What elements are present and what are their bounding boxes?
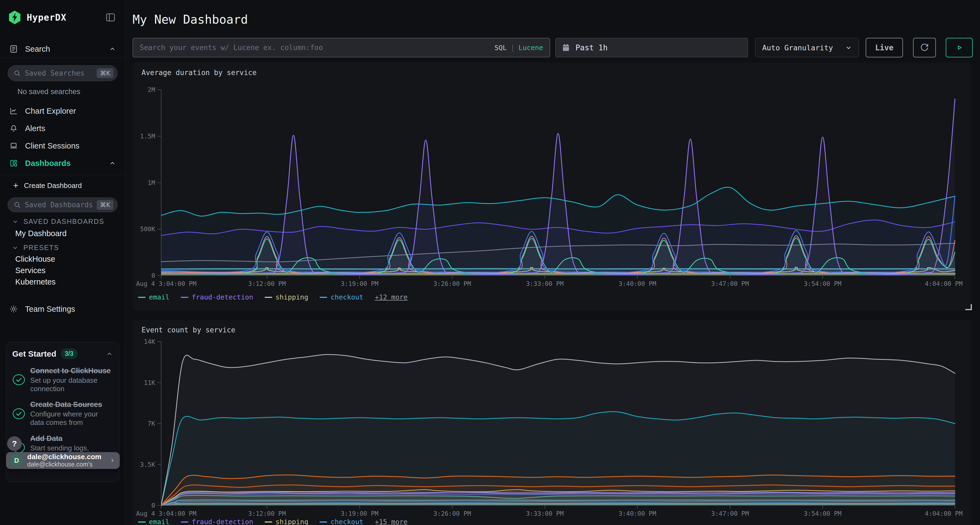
plus-icon <box>12 182 20 189</box>
sidebar-item-chart-explorer[interactable]: Chart Explorer <box>0 103 125 119</box>
get-started-progress-badge: 3/3 <box>61 349 78 359</box>
legend-item-checkout[interactable]: checkout <box>320 293 363 301</box>
bell-icon <box>9 124 18 133</box>
chart-legend: emailfraud-detectionshippingcheckout+12 … <box>138 293 407 301</box>
laptop-icon <box>9 141 18 150</box>
user-team: dale@clickhouse.com's <box>27 461 110 468</box>
legend-swatch <box>181 522 188 523</box>
sidebar-item-dashboards[interactable]: Dashboards <box>0 155 125 171</box>
granularity-select[interactable]: Auto Granularity <box>755 38 859 57</box>
lucene-toggle[interactable]: Lucene <box>519 44 543 52</box>
legend-item-fraud-detection[interactable]: fraud-detection <box>181 293 253 301</box>
chevron-down-icon <box>12 219 19 225</box>
sidebar-section-search[interactable]: Search <box>0 40 125 58</box>
saved-searches-placeholder: Saved Searches <box>25 69 97 77</box>
saved-searches-input[interactable]: Saved Searches ⌘K <box>8 65 118 81</box>
gear-icon <box>9 305 18 313</box>
svg-text:3:54:00 PM: 3:54:00 PM <box>804 510 842 517</box>
svg-text:0: 0 <box>151 272 155 279</box>
divider <box>0 174 125 175</box>
sidebar-item-alerts[interactable]: Alerts <box>0 120 125 136</box>
dashboard-grid-icon <box>9 159 18 168</box>
user-menu[interactable]: D dale@clickhouse.com dale@clickhouse.co… <box>6 452 120 469</box>
svg-text:500K: 500K <box>140 225 156 233</box>
get-started-item[interactable]: Create Data Sources Configure where your… <box>12 400 113 427</box>
chevron-down-icon <box>12 244 19 251</box>
event-search-input[interactable]: Search your events w/ Lucene ex. column:… <box>132 38 550 57</box>
journal-icon <box>9 44 18 53</box>
panel-resize-handle[interactable] <box>965 304 972 310</box>
svg-text:3:26:00 PM: 3:26:00 PM <box>433 510 471 517</box>
svg-text:4:04:00 PM: 4:04:00 PM <box>925 510 963 517</box>
live-button[interactable]: Live <box>865 38 903 57</box>
page-title[interactable]: My New Dashboard <box>132 13 248 26</box>
refresh-button[interactable] <box>913 38 936 57</box>
no-saved-searches-text: No saved searches <box>18 87 80 96</box>
user-email: dale@clickhouse.com <box>27 453 110 461</box>
svg-text:7K: 7K <box>148 420 155 427</box>
search-icon <box>13 69 21 77</box>
sidebar: HyperDX Search Saved Searches ⌘K No save… <box>0 0 125 525</box>
chevron-down-icon <box>845 44 852 51</box>
refresh-icon <box>919 43 930 53</box>
chart-plot: 2M1.5M1M500K0Aug 4 3:04:00 PM3:12:00 PM3… <box>133 63 971 311</box>
create-dashboard-button[interactable]: Create Dashboard <box>12 179 82 192</box>
time-range-value: Past 1h <box>576 43 608 52</box>
svg-text:2M: 2M <box>148 86 155 93</box>
chevron-up-icon[interactable] <box>106 351 113 357</box>
sidebar-item-preset-kubernetes[interactable]: Kubernetes <box>15 278 56 286</box>
sidebar-item-preset-clickhouse[interactable]: ClickHouse <box>15 255 55 263</box>
legend-item-shipping[interactable]: shipping <box>265 293 308 301</box>
sql-toggle[interactable]: SQL <box>494 44 507 52</box>
sidebar-item-client-sessions[interactable]: Client Sessions <box>0 138 125 154</box>
sidebar-item-my-dashboard[interactable]: My Dashboard <box>15 229 67 238</box>
legend-item-fraud-detection[interactable]: fraud-detection <box>181 518 253 525</box>
hyperdx-app: { "brand": {"name": "HyperDX", "accent":… <box>0 0 980 525</box>
legend-more-link[interactable]: +12 more <box>375 293 407 301</box>
svg-text:3:12:00 PM: 3:12:00 PM <box>248 280 286 287</box>
run-query-button[interactable] <box>946 38 973 57</box>
legend-item-email[interactable]: email <box>138 518 169 525</box>
chart-panel-event-count: Event count by service14K11K7K3.5K0Aug 4… <box>133 320 971 525</box>
chevron-up-icon[interactable] <box>109 45 116 52</box>
legend-item-shipping[interactable]: shipping <box>265 518 308 525</box>
time-range-picker[interactable]: Past 1h <box>555 38 748 57</box>
collapse-sidebar-icon[interactable] <box>105 12 116 23</box>
svg-text:14K: 14K <box>144 338 155 345</box>
svg-text:3:33:00 PM: 3:33:00 PM <box>526 280 563 287</box>
svg-text:1.5M: 1.5M <box>140 133 155 140</box>
legend-swatch <box>138 297 146 298</box>
legend-swatch <box>138 522 146 523</box>
legend-item-checkout[interactable]: checkout <box>320 518 363 525</box>
svg-text:3:54:00 PM: 3:54:00 PM <box>804 280 842 287</box>
event-search-placeholder: Search your events w/ Lucene ex. column:… <box>140 43 494 52</box>
get-started-item[interactable]: Connect to ClickHouse Set up your databa… <box>12 367 113 393</box>
legend-swatch <box>181 297 188 298</box>
saved-dashboards-input[interactable]: Saved Dashboards ⌘K <box>8 197 118 212</box>
chevron-up-icon[interactable] <box>109 160 116 167</box>
sidebar-search-label: Search <box>25 44 109 54</box>
svg-text:Aug 4 3:04:00 PM: Aug 4 3:04:00 PM <box>136 280 197 287</box>
granularity-value: Auto Granularity <box>762 43 845 52</box>
svg-text:3:19:00 PM: 3:19:00 PM <box>341 510 379 517</box>
main-content: My New Dashboard Search your events w/ L… <box>126 0 980 525</box>
presets-section-header[interactable]: PRESETS <box>12 244 59 252</box>
sidebar-item-preset-services[interactable]: Services <box>15 266 45 275</box>
logo-row: HyperDX <box>8 10 117 25</box>
play-icon <box>955 43 963 52</box>
chart-plot: 14K11K7K3.5K0Aug 4 3:04:00 PM3:12:00 PM3… <box>133 320 971 525</box>
saved-dashboards-section-header[interactable]: SAVED DASHBOARDS <box>12 217 104 225</box>
svg-text:11K: 11K <box>144 379 155 386</box>
svg-text:1M: 1M <box>148 179 155 186</box>
svg-text:3:33:00 PM: 3:33:00 PM <box>526 510 563 517</box>
svg-text:0: 0 <box>151 502 155 509</box>
chart-line-icon <box>9 106 18 115</box>
legend-item-email[interactable]: email <box>138 293 169 301</box>
help-button[interactable]: ? <box>7 436 22 451</box>
legend-swatch <box>265 297 272 298</box>
chart-legend: emailfraud-detectionshippingcheckout+15 … <box>138 518 407 525</box>
svg-text:3:26:00 PM: 3:26:00 PM <box>433 280 471 287</box>
avatar: D <box>10 454 23 467</box>
sidebar-item-team-settings[interactable]: Team Settings <box>0 300 125 318</box>
legend-more-link[interactable]: +15 more <box>375 518 407 525</box>
